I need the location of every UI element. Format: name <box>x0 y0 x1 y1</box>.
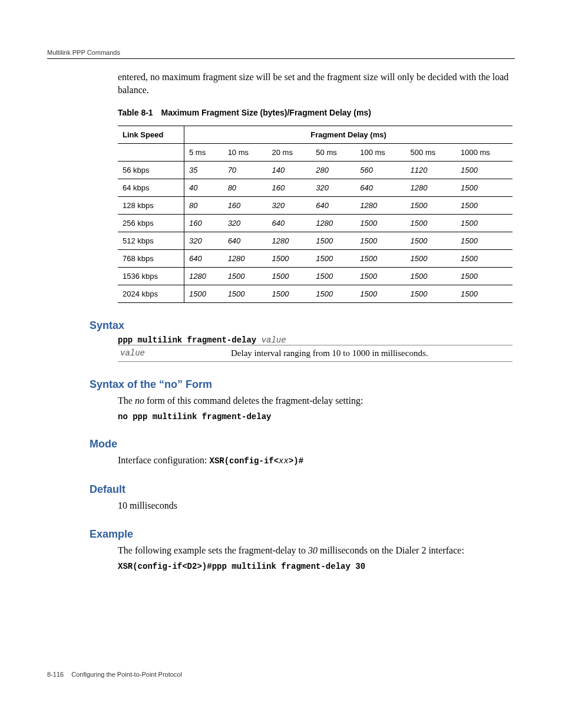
cell: 1500 <box>267 285 312 303</box>
cell: 1500 <box>406 197 456 215</box>
cell: 1500 <box>406 268 456 285</box>
cell: 80 <box>223 179 267 197</box>
heading-no-form: Syntax of the “no” Form <box>90 378 515 391</box>
cell: 1500 <box>406 285 456 303</box>
cell: 1500 <box>456 268 513 285</box>
cell: 320 <box>267 197 312 215</box>
sub-header: 1000 ms <box>456 144 513 162</box>
fragment-size-table: Link Speed Fragment Delay (ms) 5 ms 10 m… <box>118 126 513 303</box>
cell: 1500 <box>223 285 267 303</box>
cell: 1500 <box>456 179 513 197</box>
cell-speed: 2024 kbps <box>118 285 184 303</box>
cell: 1500 <box>456 285 513 303</box>
table-row: 256 kbps1603206401280150015001500 <box>118 215 513 232</box>
cell: 1500 <box>184 285 223 303</box>
cell: 280 <box>311 162 355 179</box>
cell: 1500 <box>456 232 513 250</box>
sub-header: 100 ms <box>355 144 405 162</box>
no-form-text: The no form of this command deletes the … <box>47 394 515 407</box>
cell: 320 <box>311 179 355 197</box>
table-row: 768 kbps640128015001500150015001500 <box>118 250 513 268</box>
cell: 1120 <box>406 162 456 179</box>
cell: 40 <box>184 179 223 197</box>
table-row: 128 kbps80160320640128015001500 <box>118 197 513 215</box>
example-command: XSR(config-if<D2>)#ppp multilink fragmen… <box>47 562 515 571</box>
cell-speed: 256 kbps <box>118 215 184 232</box>
cell: 1500 <box>355 232 405 250</box>
cell: 160 <box>223 197 267 215</box>
table-caption: Table 8-1 Maximum Fragment Size (bytes)/… <box>47 108 515 117</box>
cell: 1500 <box>355 250 405 268</box>
cell: 1500 <box>456 250 513 268</box>
cell: 1500 <box>223 268 267 285</box>
cell: 1500 <box>311 268 355 285</box>
cell: 640 <box>223 232 267 250</box>
cell: 1280 <box>267 232 312 250</box>
cell: 1500 <box>311 250 355 268</box>
cell: 1500 <box>267 250 312 268</box>
cell: 640 <box>184 250 223 268</box>
cell: 160 <box>184 215 223 232</box>
cell: 320 <box>223 215 267 232</box>
col-header-fragment-delay: Fragment Delay (ms) <box>184 126 513 144</box>
cell: 70 <box>223 162 267 179</box>
chapter-title: Configuring the Point-to-Point Protocol <box>71 671 182 678</box>
table-row: 512 kbps32064012801500150015001500 <box>118 232 513 250</box>
example-text: The following example sets the fragment-… <box>47 544 515 557</box>
cell-speed: 64 kbps <box>118 179 184 197</box>
page-number: 8-116 <box>47 671 64 678</box>
sub-header: 10 ms <box>223 144 267 162</box>
heading-mode: Mode <box>90 438 515 450</box>
sub-header: 500 ms <box>406 144 456 162</box>
sub-header: 5 ms <box>184 144 223 162</box>
cell-speed: 128 kbps <box>118 197 184 215</box>
cell: 1500 <box>355 215 405 232</box>
cell: 1280 <box>184 268 223 285</box>
cell: 160 <box>267 179 312 197</box>
table-title: Maximum Fragment Size (bytes)/Fragment D… <box>161 108 371 117</box>
running-header: Multilink PPP Commands <box>47 49 515 59</box>
table-row: 56 kbps357014028056011201500 <box>118 162 513 179</box>
cell: 640 <box>311 197 355 215</box>
cell-speed: 768 kbps <box>118 250 184 268</box>
cell-speed: 512 kbps <box>118 232 184 250</box>
cell: 1500 <box>406 250 456 268</box>
intro-paragraph: entered, no maximum fragment size will b… <box>47 71 515 96</box>
heading-example: Example <box>90 528 515 541</box>
cell: 640 <box>267 215 312 232</box>
param-desc: Delay interval ranging from 10 to 1000 i… <box>229 345 513 362</box>
table-number: Table 8-1 <box>118 108 153 117</box>
cell: 320 <box>184 232 223 250</box>
table-row: 64 kbps408016032064012801500 <box>118 179 513 197</box>
sub-header: 50 ms <box>311 144 355 162</box>
default-text: 10 milliseconds <box>47 499 515 512</box>
cell: 1500 <box>267 268 312 285</box>
cell-speed: 1536 kbps <box>118 268 184 285</box>
param-name: value <box>118 345 229 362</box>
cell: 1500 <box>311 232 355 250</box>
heading-syntax: Syntax <box>90 319 515 332</box>
cell: 1280 <box>355 197 405 215</box>
cell: 80 <box>184 197 223 215</box>
cell: 560 <box>355 162 405 179</box>
cell: 1500 <box>355 285 405 303</box>
cell: 1280 <box>311 215 355 232</box>
cell: 1500 <box>456 197 513 215</box>
cell: 140 <box>267 162 312 179</box>
cell: 1280 <box>223 250 267 268</box>
sub-header: 20 ms <box>267 144 312 162</box>
sub-header-blank <box>118 144 184 162</box>
cell: 1280 <box>406 179 456 197</box>
cmd-arg: value <box>262 335 286 345</box>
cell: 1500 <box>456 215 513 232</box>
cmd-text: ppp multilink fragment-delay <box>118 335 262 345</box>
cell: 640 <box>355 179 405 197</box>
heading-default: Default <box>90 483 515 496</box>
cell: 1500 <box>355 268 405 285</box>
cell: 35 <box>184 162 223 179</box>
table-row: 2024 kbps1500150015001500150015001500 <box>118 285 513 303</box>
cell: 1500 <box>406 232 456 250</box>
cell-speed: 56 kbps <box>118 162 184 179</box>
cell: 1500 <box>311 285 355 303</box>
syntax-command: ppp multilink fragment-delay value <box>47 335 515 345</box>
